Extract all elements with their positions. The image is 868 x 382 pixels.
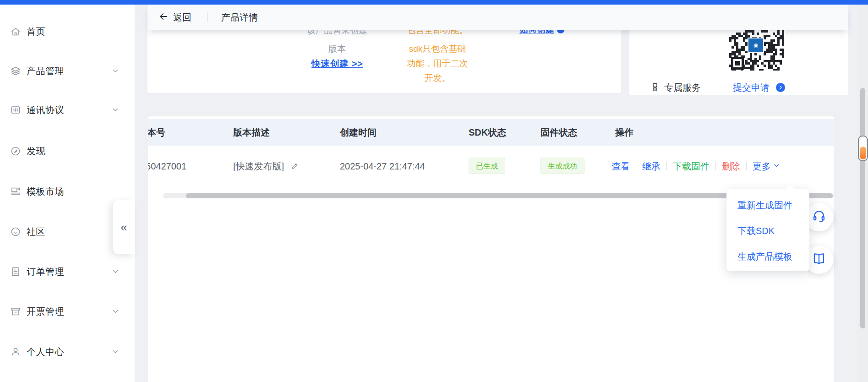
- page-title: 产品详情: [221, 11, 258, 24]
- sdk-note-line: 功能，用于二次: [377, 58, 498, 70]
- book-icon: [812, 252, 826, 267]
- invoice-icon: [10, 306, 22, 317]
- back-label: 返回: [173, 11, 191, 24]
- col-version: 版本号: [148, 119, 165, 146]
- top-accent-bar: [0, 0, 868, 5]
- more-action[interactable]: 更多: [753, 160, 780, 173]
- sidebar: 首页 产品管理 通讯协议 发现 模板市场 社区 订单管理: [0, 5, 135, 382]
- col-description: 版本描述: [233, 119, 270, 146]
- service-card: ◉ 专属服务 提交申请: [629, 30, 848, 95]
- qr-logo: ◉: [748, 38, 764, 53]
- headset-icon: [812, 209, 826, 225]
- clipped-version-hint-text: 该产品暂未创建: [282, 30, 392, 37]
- chevron-down-icon: [111, 267, 120, 276]
- protocol-icon: [10, 104, 22, 116]
- table-header-row: 版本号 版本描述 创建时间 SDK状态 固件状态 操作: [148, 119, 834, 146]
- sidebar-item-label: 开票管理: [27, 306, 64, 318]
- sidebar-item-orders[interactable]: 订单管理: [0, 262, 135, 282]
- sidebar-item-label: 发现: [27, 145, 45, 158]
- sidebar-item-discover[interactable]: 发现: [0, 141, 135, 161]
- profile-icon: [10, 346, 22, 358]
- page-header: 返回 产品详情: [147, 5, 848, 30]
- menu-item-regenerate-firmware[interactable]: 重新生成固件: [737, 198, 792, 212]
- col-actions: 操作: [615, 119, 633, 146]
- help-circle-icon: [557, 30, 564, 33]
- col-sdk-status: SDK状态: [469, 119, 506, 146]
- quick-create-link[interactable]: 快速创建 >>: [282, 58, 392, 70]
- row-actions: 查看 继承 下载固件 删除 更多: [611, 146, 780, 187]
- table-row: 250427001 [快速发布版] 2025-04-27 21:47:44 已生…: [148, 146, 834, 187]
- delete-action[interactable]: 删除: [722, 160, 740, 173]
- arrow-right-circle-icon[interactable]: [776, 83, 785, 92]
- cell-description: [快速发布版]: [233, 146, 299, 187]
- vertical-scrollbar-track[interactable]: [857, 5, 868, 382]
- medal-icon: [650, 82, 661, 93]
- firmware-status-badge: 生成成功: [540, 158, 584, 174]
- chevron-down-icon: [111, 348, 120, 356]
- cell-created: 2025-04-27 21:47:44: [340, 146, 425, 187]
- service-label: 专属服务: [664, 82, 701, 94]
- sidebar-item-protocol[interactable]: 通讯协议: [0, 100, 135, 120]
- cell-version: 250427001: [148, 146, 186, 187]
- chevron-down-icon: [111, 106, 120, 114]
- inherit-action[interactable]: 继承: [642, 160, 661, 173]
- sidebar-item-label: 社区: [27, 226, 45, 238]
- sidebar-item-invoicing[interactable]: 开票管理: [0, 301, 135, 322]
- sidebar-item-template-market[interactable]: 模板市场: [0, 181, 135, 202]
- download-firmware-action[interactable]: 下载固件: [673, 160, 710, 173]
- menu-item-download-sdk[interactable]: 下载SDK: [737, 224, 775, 238]
- back-button[interactable]: 返回: [158, 11, 191, 24]
- apply-link[interactable]: 提交申请: [733, 82, 770, 94]
- vertical-scrollbar-thumb[interactable]: [860, 88, 865, 328]
- version-info-card: 该产品暂未创建 版本 快速创建 >> 包含全部功能。 sdk只包含基础 功能，用…: [147, 30, 621, 93]
- sdk-note-line: sdk只包含基础: [377, 43, 498, 55]
- sidebar-item-products[interactable]: 产品管理: [0, 61, 135, 81]
- qr-code: ◉: [729, 30, 785, 71]
- sidebar-item-label: 产品管理: [27, 65, 64, 77]
- clipped-sdk-note-line: 包含全部功能。: [377, 30, 498, 36]
- sidebar-item-label: 通讯协议: [27, 104, 64, 116]
- sdk-status-badge: 已生成: [469, 158, 505, 174]
- chevron-down-icon: [773, 162, 780, 171]
- collapse-chevrons-icon: «: [120, 220, 127, 235]
- col-firmware-status: 固件状态: [540, 119, 577, 146]
- sidebar-item-home[interactable]: 首页: [0, 22, 135, 42]
- sidebar-item-label: 首页: [27, 26, 45, 38]
- app-frame: 首页 产品管理 通讯协议 发现 模板市场 社区 订单管理: [0, 0, 868, 382]
- sdk-note-line: 开发。: [377, 72, 498, 84]
- more-actions-dropdown: 重新生成固件 下载SDK 生成产品模板: [726, 189, 809, 271]
- menu-item-generate-template[interactable]: 生成产品模板: [737, 250, 792, 263]
- chevron-down-icon: [111, 307, 120, 316]
- layers-icon: [10, 65, 22, 77]
- sidebar-item-label: 个人中心: [27, 346, 64, 358]
- scroll-progress-indicator: [858, 136, 868, 161]
- edit-icon[interactable]: [290, 147, 299, 188]
- template-icon: [10, 186, 22, 197]
- qr-position-marker: [731, 57, 744, 70]
- arrow-left-icon: [158, 11, 169, 23]
- col-created: 创建时间: [340, 119, 377, 146]
- clipped-help-link[interactable]: 如何创建: [519, 30, 611, 36]
- sidebar-item-profile[interactable]: 个人中心: [0, 342, 135, 362]
- home-icon: [10, 26, 22, 38]
- sidebar-collapse-button[interactable]: «: [113, 200, 135, 254]
- community-icon: [10, 226, 22, 238]
- compass-icon: [10, 145, 22, 157]
- sidebar-item-label: 模板市场: [27, 186, 64, 198]
- view-action[interactable]: 查看: [611, 160, 630, 173]
- chevron-down-icon: [111, 67, 120, 75]
- sidebar-item-label: 订单管理: [27, 266, 64, 278]
- service-row: 专属服务 提交申请: [629, 80, 848, 95]
- orders-icon: [10, 266, 22, 278]
- header-divider: [207, 12, 207, 22]
- version-hint-label: 版本: [282, 43, 392, 55]
